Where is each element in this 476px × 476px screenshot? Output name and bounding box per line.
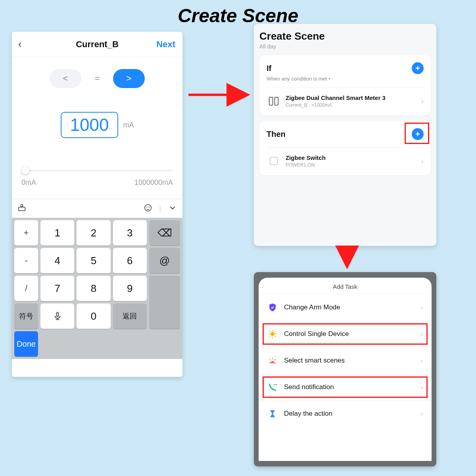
arrow-right-icon bbox=[186, 85, 254, 106]
svg-line-20 bbox=[274, 359, 275, 360]
value-slider[interactable]: 0mA 1000000mA bbox=[12, 170, 182, 187]
key-mic[interactable] bbox=[40, 303, 74, 329]
sunrise-icon bbox=[267, 355, 278, 366]
keyboard-mode-icon[interactable] bbox=[17, 203, 26, 214]
collapse-keyboard-icon[interactable] bbox=[168, 203, 177, 214]
svg-line-16 bbox=[270, 336, 271, 337]
task-label: Change Arm Mode bbox=[284, 303, 340, 311]
if-label: If bbox=[267, 64, 271, 73]
task-change-arm-mode[interactable]: Change Arm Mode › bbox=[259, 294, 432, 321]
svg-rect-0 bbox=[19, 207, 25, 211]
slider-max: 1000000mA bbox=[134, 178, 173, 187]
if-device-desc: Current_B : >1000mA bbox=[286, 102, 386, 108]
if-device-name: Zigbee Dual Channel Smart Meter 3 bbox=[286, 94, 386, 102]
threshold-screen: ‹ Current_B Next < = > 1000 mA 0mA 10000… bbox=[12, 32, 182, 377]
svg-point-2 bbox=[145, 204, 152, 211]
page-title: Create Scene bbox=[0, 5, 476, 27]
svg-point-23 bbox=[276, 384, 277, 386]
then-device-desc: POWER1:ON bbox=[286, 162, 326, 168]
screen-title: Current_B bbox=[76, 39, 119, 50]
key-5[interactable]: 5 bbox=[77, 248, 110, 273]
then-device-name: Zigbee Switch bbox=[286, 154, 326, 162]
svg-line-17 bbox=[275, 331, 276, 332]
cs-title: Create Scene bbox=[259, 30, 431, 42]
svg-point-1 bbox=[21, 204, 23, 207]
chevron-right-icon: › bbox=[420, 330, 423, 338]
key-1[interactable]: 1 bbox=[40, 220, 74, 246]
hourglass-icon bbox=[267, 409, 278, 419]
svg-point-22 bbox=[275, 384, 276, 386]
chevron-right-icon: › bbox=[421, 157, 424, 165]
svg-rect-7 bbox=[275, 97, 278, 105]
key-8[interactable]: 8 bbox=[77, 276, 110, 301]
key-slash[interactable]: / bbox=[14, 276, 38, 301]
chevron-right-icon: › bbox=[421, 97, 424, 106]
switch-icon bbox=[267, 154, 281, 168]
svg-line-15 bbox=[275, 336, 276, 337]
key-6[interactable]: 6 bbox=[113, 248, 147, 273]
op-less-than[interactable]: < bbox=[50, 69, 81, 88]
chevron-right-icon: › bbox=[420, 357, 423, 365]
if-card: If + When any condition is met Zigbee Du… bbox=[259, 55, 431, 115]
key-4[interactable]: 4 bbox=[40, 248, 74, 273]
slider-min: 0mA bbox=[21, 178, 36, 187]
if-device-row[interactable]: Zigbee Dual Channel Smart Meter 3 Curren… bbox=[267, 87, 424, 110]
phone-notification-icon bbox=[267, 382, 278, 392]
key-0[interactable]: 0 bbox=[77, 303, 110, 329]
svg-rect-6 bbox=[269, 97, 273, 105]
task-label: Control Single Device bbox=[284, 330, 349, 338]
if-subtitle[interactable]: When any condition is met bbox=[267, 76, 424, 82]
meter-icon bbox=[267, 94, 281, 108]
key-symbols[interactable]: 符号 bbox=[14, 303, 38, 329]
svg-rect-5 bbox=[56, 312, 58, 317]
svg-line-14 bbox=[270, 331, 271, 332]
task-label: Send notification bbox=[284, 383, 334, 391]
back-icon[interactable]: ‹ bbox=[18, 38, 22, 50]
key-3[interactable]: 3 bbox=[113, 220, 147, 246]
then-device-row[interactable]: Zigbee Switch POWER1:ON › bbox=[267, 147, 424, 170]
task-send-notification[interactable]: Send notification › bbox=[259, 374, 432, 400]
svg-point-3 bbox=[146, 207, 147, 207]
chevron-right-icon: › bbox=[420, 303, 423, 312]
svg-line-19 bbox=[270, 359, 271, 360]
create-scene-screen: Create Scene All day If + When any condi… bbox=[254, 24, 436, 246]
add-action-button[interactable]: + bbox=[412, 128, 424, 140]
key-return[interactable]: 返回 bbox=[113, 303, 147, 329]
key-blank bbox=[149, 276, 180, 329]
value-input[interactable]: 1000 bbox=[61, 112, 119, 138]
emoji-icon[interactable] bbox=[144, 203, 152, 214]
task-label: Delay the action bbox=[284, 410, 332, 418]
cs-subtitle: All day bbox=[259, 43, 431, 50]
chevron-right-icon: › bbox=[420, 383, 423, 392]
key-done[interactable]: Done bbox=[14, 331, 38, 357]
key-at[interactable]: @ bbox=[149, 248, 180, 273]
key-plus[interactable]: + bbox=[14, 220, 38, 246]
key-9[interactable]: 9 bbox=[113, 276, 147, 301]
chevron-right-icon: › bbox=[420, 410, 423, 418]
op-equal[interactable]: = bbox=[81, 69, 113, 88]
key-7[interactable]: 7 bbox=[40, 276, 74, 301]
op-greater-than[interactable]: > bbox=[113, 69, 145, 88]
then-label: Then bbox=[267, 130, 286, 139]
keyboard-toolbar: | bbox=[12, 199, 182, 218]
arrow-down-icon bbox=[337, 245, 357, 274]
task-delay-action[interactable]: Delay the action › bbox=[259, 400, 432, 427]
next-button[interactable]: Next bbox=[156, 39, 175, 50]
svg-point-21 bbox=[274, 384, 275, 386]
slider-thumb[interactable] bbox=[21, 167, 29, 175]
svg-point-9 bbox=[271, 332, 274, 336]
svg-rect-8 bbox=[270, 157, 278, 165]
add-task-screen: Add Task Change Arm Mode › Control Singl… bbox=[254, 272, 436, 466]
key-minus[interactable]: - bbox=[14, 248, 38, 273]
task-label: Select smart scenes bbox=[284, 357, 345, 365]
then-card: Then + Zigbee Switch POWER1:ON › bbox=[259, 121, 431, 175]
comparison-tabs: < = > bbox=[12, 69, 182, 88]
key-2[interactable]: 2 bbox=[77, 220, 110, 246]
numeric-keyboard: + 1 2 3 ⌫ - 4 5 6 @ / 7 8 9 符号 0 返回 Done bbox=[12, 218, 182, 359]
task-control-single-device[interactable]: Control Single Device › bbox=[259, 321, 432, 347]
add-condition-button[interactable]: + bbox=[412, 62, 424, 74]
key-backspace[interactable]: ⌫ bbox=[149, 220, 180, 246]
svg-point-4 bbox=[148, 207, 149, 207]
task-select-smart-scenes[interactable]: Select smart scenes › bbox=[259, 347, 432, 374]
add-task-title: Add Task bbox=[259, 283, 432, 294]
